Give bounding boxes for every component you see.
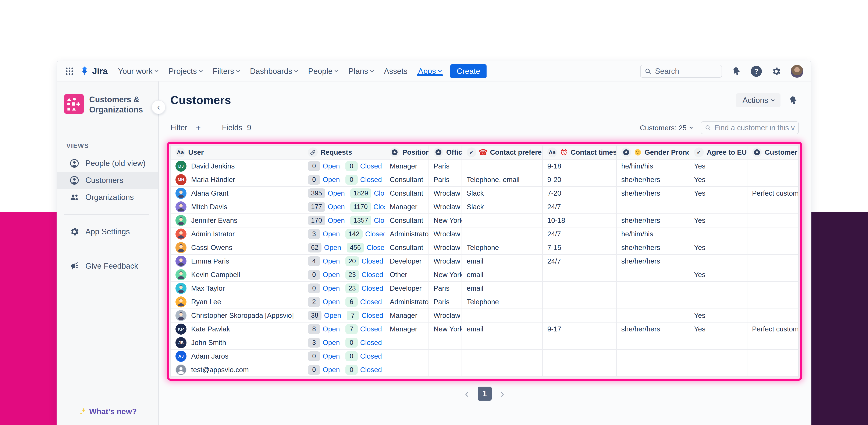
closed-link[interactable]: Closed [360,325,382,333]
closed-link[interactable]: Closed [374,217,385,225]
user-cell[interactable]: Jennifer Evans [171,214,303,227]
open-link[interactable]: Open [323,284,340,292]
user-cell[interactable]: MHMaria Händler [171,173,303,187]
open-link[interactable]: Open [323,230,340,238]
open-link[interactable]: Open [328,203,345,211]
sidebar-item-organizations[interactable]: Organizations [57,189,158,206]
closed-link[interactable]: Closed [365,230,385,238]
closed-link[interactable]: Closed [360,176,382,184]
help-icon[interactable]: ? [751,66,762,77]
find-customer-input[interactable] [714,123,795,132]
pagination-next-icon[interactable]: › [499,388,506,399]
user-cell[interactable]: JSJohn Smith [171,336,303,350]
user-cell[interactable]: Christopher Skoropada [Appsvio] [171,309,303,322]
nav-item-projects[interactable]: Projects [163,67,208,76]
create-button[interactable]: Create [450,64,487,78]
open-link[interactable]: Open [328,217,345,225]
find-customer-box[interactable] [701,121,799,134]
add-filter-button[interactable]: + [196,123,201,133]
column-header-office[interactable]: Office [429,146,462,160]
user-cell[interactable]: Max Taylor [171,282,303,295]
user-cell[interactable]: Ryan Lee [171,295,303,309]
user-cell[interactable]: Admin Istrator [171,227,303,241]
open-link[interactable]: Open [328,189,345,197]
closed-link[interactable]: Closed [374,189,385,197]
user-cell[interactable]: KPKate Pawlak [171,322,303,336]
sidebar-item-people-old-view[interactable]: People (old view) [57,155,158,172]
jira-logo[interactable]: Jira [79,66,107,77]
whats-new-link[interactable]: What's new? [57,407,158,416]
sidebar-collapse-button[interactable]: ‹ [152,100,165,114]
open-link[interactable]: Open [323,257,340,265]
user-cell[interactable]: Cassi Owens [171,241,303,255]
closed-link[interactable]: Closed [362,271,383,279]
open-link[interactable]: Open [323,339,340,347]
user-cell[interactable]: AJAdam Jaros [171,350,303,363]
actions-button[interactable]: Actions [736,93,780,107]
user-cell[interactable]: Alana Grant [171,187,303,200]
closed-link[interactable]: Closed [360,339,382,347]
filter-button[interactable]: Filter [170,123,187,132]
nav-item-assets[interactable]: Assets [379,67,413,76]
column-header-agree-to-eula[interactable]: ✓Agree to EULA [689,146,747,160]
user-avatar[interactable] [790,65,803,78]
closed-link[interactable]: Closed [360,162,382,170]
user-cell[interactable]: Kevin Campbell [171,268,303,282]
column-header-label: Position [402,148,429,157]
closed-link[interactable]: Closed [360,298,382,306]
user-cell[interactable]: Mitch Davis [171,200,303,214]
column-header-position[interactable]: Position [385,146,429,160]
column-header-requests[interactable]: Requests [303,146,385,160]
sidebar-item-customers[interactable]: Customers [57,172,158,189]
column-header-contact-preferences[interactable]: ✓☎Contact preferences [462,146,542,160]
open-link[interactable]: Open [323,298,340,306]
column-header-gender-pronouns[interactable]: Gender Pronouns [617,146,689,160]
closed-link[interactable]: Closed [362,284,383,292]
nav-item-people[interactable]: People [303,67,343,76]
page-bell-icon[interactable] [788,95,799,106]
nav-item-filters[interactable]: Filters [208,67,245,76]
user-name: John Smith [191,339,226,347]
closed-link[interactable]: Closed [362,257,383,265]
pagination-page-1[interactable]: 1 [478,387,492,401]
position-cell: Administrator [385,295,429,309]
closed-link[interactable]: Closed [367,244,385,252]
notifications-bell-icon[interactable] [731,66,742,77]
pagination-prev-icon[interactable]: ‹ [463,388,470,399]
column-header-user[interactable]: AaUser [171,146,303,160]
settings-gear-icon[interactable] [771,66,782,77]
column-header-label: Contact timeslots [571,148,617,157]
closed-link[interactable]: Closed [360,352,382,360]
open-link[interactable]: Open [323,162,340,170]
closed-link[interactable]: Closed [362,311,383,319]
open-link[interactable]: Open [323,176,340,184]
customers-count-dropdown[interactable]: Customers: 25 [640,124,692,132]
open-link[interactable]: Open [323,352,340,360]
user-cell[interactable]: test@appsvio.com [171,363,303,377]
app-switcher-icon[interactable] [65,66,74,76]
open-link[interactable]: Open [324,311,341,319]
open-link[interactable]: Open [324,244,341,252]
nav-item-plans[interactable]: Plans [343,67,379,76]
open-count-badge: 62 [308,243,321,253]
avatar [176,296,186,308]
column-header-contact-timeslots[interactable]: AaContact timeslots [543,146,617,160]
user-cell[interactable]: Emma Paris [171,255,303,268]
nav-item-dashboards[interactable]: Dashboards [245,67,303,76]
nav-search-box[interactable] [640,65,722,78]
open-link[interactable]: Open [323,271,340,279]
fields-button[interactable]: Fields 9 [222,123,251,132]
open-count-badge: 38 [308,311,321,320]
nav-item-your-work[interactable]: Your work [113,67,163,76]
open-link[interactable]: Open [323,325,340,333]
closed-link[interactable]: Closed [373,203,385,211]
open-link[interactable]: Open [323,366,340,374]
global-search-input[interactable] [655,67,718,76]
user-cell[interactable]: DJDavid Jenkins [171,160,303,173]
nav-item-apps[interactable]: Apps [413,67,446,76]
views-section-label: VIEWS [66,142,158,149]
sidebar-item-give-feedback[interactable]: Give Feedback [57,258,158,275]
closed-link[interactable]: Closed [360,366,382,374]
column-header-customer-rating[interactable]: Customer rating [747,146,798,160]
sidebar-item-app-settings[interactable]: App Settings [57,223,158,240]
